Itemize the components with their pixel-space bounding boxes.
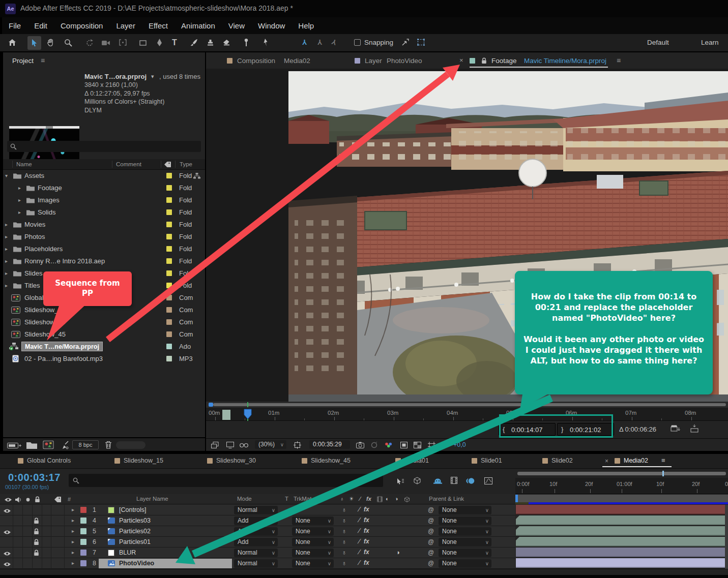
work-area-start-handle[interactable] [515, 495, 518, 503]
show-channel-icon[interactable] [384, 442, 393, 448]
eye-icon[interactable] [3, 561, 11, 568]
lock-column-icon[interactable] [35, 496, 40, 503]
trkmat-dropdown[interactable]: None∨ [292, 549, 334, 557]
project-item-solids[interactable]: ▸SolidsFold [3, 206, 205, 219]
fx-toggle-icon[interactable]: fx [364, 559, 369, 566]
timeline-tab-close-icon[interactable]: × [605, 458, 608, 465]
puppet-pin-tool-icon[interactable] [243, 39, 249, 47]
t-column[interactable]: T [285, 496, 288, 502]
video-column-icon[interactable] [4, 497, 12, 502]
item-name[interactable]: Ronny R…e Intro 2018.aep [24, 255, 105, 267]
menu-effect[interactable]: Effect [142, 17, 174, 34]
scroll-pill[interactable] [116, 441, 145, 449]
timeline-search-box[interactable] [69, 474, 383, 487]
layer-name[interactable]: BLUR [119, 549, 136, 556]
layer-bar-photovideo[interactable] [516, 558, 725, 568]
label-color-swatch[interactable] [166, 319, 172, 325]
twirl-icon[interactable]: ▸ [72, 518, 74, 523]
pickwhip-icon[interactable]: @ [428, 538, 434, 545]
timeline-tab-menu-icon[interactable]: ≡ [661, 457, 665, 464]
audio-column-icon[interactable] [15, 497, 21, 503]
fx-toggle-icon[interactable]: fx [364, 538, 369, 545]
rotate-tool-icon[interactable] [85, 39, 94, 47]
pixel-aspect-icon[interactable] [428, 442, 435, 448]
eraser-tool-icon[interactable] [223, 39, 230, 46]
tab-composition-name[interactable]: Media02 [284, 57, 310, 65]
item-name[interactable]: Slides [24, 267, 42, 280]
ripple-insert-edit-icon[interactable] [671, 424, 680, 433]
twirl-icon[interactable]: ▸ [72, 528, 74, 534]
timeline-tab-slideshow-45[interactable]: Slideshow_45 [311, 457, 351, 464]
selection-tool[interactable] [27, 36, 41, 50]
twirl-icon[interactable]: ▸ [72, 507, 74, 512]
menu-layer[interactable]: Layer [109, 17, 142, 34]
scrollbar-handle[interactable] [209, 403, 213, 407]
twirl-icon[interactable]: ▸ [18, 182, 21, 194]
fx-toggle-icon[interactable]: fx [364, 549, 369, 556]
twirl-icon[interactable]: ▸ [72, 550, 74, 555]
shy-toggle-icon[interactable]: ♁ [342, 506, 346, 513]
twirl-icon[interactable]: ▸ [72, 560, 74, 566]
interpret-footage-icon[interactable] [7, 441, 21, 449]
layer-name[interactable]: [Controls] [119, 506, 147, 513]
trkmat-dropdown[interactable]: None∨ [292, 559, 334, 568]
fx-toggle-icon[interactable]: fx [364, 527, 369, 534]
timeline-tab-media01[interactable]: Media01 [404, 457, 429, 464]
lock-icon[interactable] [34, 518, 39, 526]
hand-tool-icon[interactable] [47, 39, 55, 47]
item-name[interactable]: 02 - Pa…ing Barefoot.mp3 [24, 353, 103, 365]
panel-menu-icon[interactable]: ≡ [41, 56, 45, 65]
quality-switch-icon[interactable]: / [358, 496, 362, 502]
twirl-icon[interactable]: ▸ [5, 219, 8, 231]
footage-tab-close-icon[interactable]: × [459, 56, 463, 64]
timeline-right-scrollbar[interactable] [725, 505, 728, 569]
fx-toggle-icon[interactable]: fx [364, 516, 369, 524]
label-color-swatch[interactable] [166, 246, 172, 252]
solo-column-icon[interactable] [25, 497, 31, 502]
label-color-swatch[interactable] [166, 307, 172, 313]
label-column-icon[interactable] [164, 161, 171, 168]
layer-row-particles01[interactable]: ▸6Particles01Add∨None∨♁/fx@None∨ [0, 537, 515, 547]
number-column[interactable]: # [68, 496, 71, 502]
parent-dropdown[interactable]: None∨ [439, 527, 491, 536]
adjust-icon[interactable] [60, 441, 69, 449]
workspace-default[interactable]: Default [647, 39, 669, 46]
brush-tool-icon[interactable] [190, 39, 198, 46]
hide-shy-layers-icon[interactable] [433, 477, 442, 484]
home-icon[interactable] [8, 39, 16, 46]
eye-icon[interactable] [3, 551, 11, 558]
label-color-swatch[interactable] [166, 173, 172, 178]
mode-dropdown[interactable]: Normal∨ [234, 559, 278, 568]
item-name[interactable]: Slideshow_45 [24, 328, 66, 341]
mode-dropdown[interactable]: Normal∨ [234, 549, 278, 557]
timeline-tab-media02[interactable]: Media02 [624, 457, 648, 464]
timeline-tab-global-controls[interactable]: Global Controls [27, 457, 71, 464]
project-item-photos[interactable]: ▸PhotosFold [3, 231, 205, 243]
menu-file[interactable]: File [2, 17, 27, 34]
label-color-swatch[interactable] [166, 344, 172, 349]
bit-depth-button[interactable]: 8 bpc [72, 440, 99, 449]
project-item-placeholders[interactable]: ▸PlaceholdersFold [3, 243, 205, 255]
pickwhip-icon[interactable]: @ [428, 549, 434, 556]
menu-edit[interactable]: Edit [27, 17, 54, 34]
project-item-ronny-r-e-intro-2018-aep[interactable]: ▸Ronny R…e Intro 2018.aepFold [3, 255, 205, 267]
timeline-tab-slide02[interactable]: Slide02 [551, 457, 573, 464]
timeline-tab-slideshow-30[interactable]: Slideshow_30 [216, 457, 256, 464]
column-type[interactable]: Type [180, 161, 192, 167]
mode-dropdown[interactable]: Normal∨ [234, 506, 278, 514]
twirl-icon[interactable]: ▸ [5, 255, 8, 267]
layer-bar-blur[interactable] [516, 547, 725, 558]
zoom-tool-icon[interactable] [64, 39, 72, 47]
footage-scrollbar[interactable] [213, 403, 726, 406]
trkmat-dropdown[interactable]: None∨ [292, 516, 334, 525]
layer-row-particles03[interactable]: ▸4Particles03Add∨None∨♁/fx@None∨ [0, 515, 515, 526]
project-item-footage[interactable]: ▸FootageFold [3, 182, 205, 194]
project-item-assets[interactable]: ▾AssetsFold [3, 170, 205, 182]
label-color-swatch[interactable] [166, 283, 172, 288]
layer-row-particles02[interactable]: ▸5Particles02Add∨None∨♁/fx@None∨ [0, 526, 515, 537]
twirl-icon[interactable]: ▸ [5, 243, 8, 255]
mode-dropdown[interactable]: Add∨ [234, 527, 278, 536]
lock-icon[interactable] [34, 528, 39, 536]
view-axis-icon[interactable]: Y [331, 38, 338, 47]
snap-to-edges-icon[interactable] [402, 39, 409, 46]
